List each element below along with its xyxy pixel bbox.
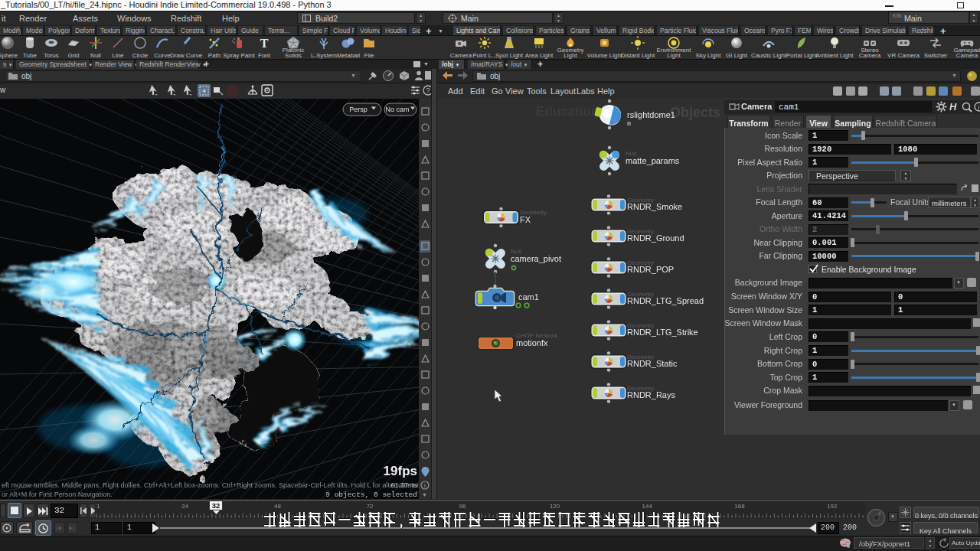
svg-text:or Alt+M for First Person Navi: or Alt+M for First Person Navigation.	[2, 491, 113, 498]
svg-text:matte_params: matte_params	[626, 156, 680, 165]
svg-text:24: 24	[181, 503, 188, 510]
svg-text:motionfx: motionfx	[516, 338, 548, 347]
svg-text:19fps: 19fps	[384, 464, 417, 478]
svg-text:eft mouse tumbles. Middle pans: eft mouse tumbles. Middle pans. Right do…	[2, 481, 419, 489]
svg-text:Persp: Persp	[349, 106, 368, 113]
svg-text:rslightdome1: rslightdome1	[627, 110, 675, 119]
svg-text:192: 192	[827, 503, 838, 510]
svg-text:RNDR_POP: RNDR_POP	[627, 265, 674, 274]
svg-text:61.37ms: 61.37ms	[390, 481, 417, 489]
svg-text:FX: FX	[520, 215, 531, 224]
svg-text:i: i	[424, 482, 426, 489]
svg-text:RNDR_Smoke: RNDR_Smoke	[627, 202, 682, 211]
svg-text:No cam: No cam	[385, 106, 409, 113]
svg-text:cam1: cam1	[518, 292, 539, 302]
svg-text:RNDR_Static: RNDR_Static	[627, 359, 678, 368]
svg-text:168: 168	[734, 503, 745, 510]
svg-text:camera_pivot: camera_pivot	[511, 254, 561, 263]
svg-text:RNDR_Ground: RNDR_Ground	[627, 233, 684, 243]
svg-text:1: 1	[96, 503, 100, 510]
svg-text:RNDR_Rays: RNDR_Rays	[627, 390, 675, 399]
svg-text:?: ?	[426, 86, 430, 94]
svg-text:RNDR_LTG_Spread: RNDR_LTG_Spread	[627, 296, 704, 305]
svg-text:9 objects, 0 selected: 9 objects, 0 selected	[325, 491, 417, 499]
svg-text:T: T	[260, 37, 269, 50]
svg-text:RNDR_LTG_Strike: RNDR_LTG_Strike	[627, 328, 698, 337]
